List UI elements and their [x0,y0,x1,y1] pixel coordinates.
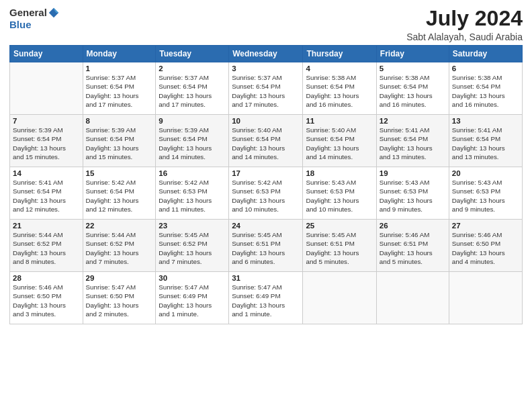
day-info: Sunrise: 5:41 AM Sunset: 6:54 PM Dayligh… [452,126,519,161]
day-cell: 20Sunrise: 5:43 AM Sunset: 6:53 PM Dayli… [449,167,522,220]
day-info: Sunrise: 5:41 AM Sunset: 6:54 PM Dayligh… [13,178,80,214]
day-cell: 19Sunrise: 5:43 AM Sunset: 6:53 PM Dayli… [376,167,449,220]
day-info: Sunrise: 5:41 AM Sunset: 6:54 PM Dayligh… [380,126,446,161]
day-cell: 3Sunrise: 5:37 AM Sunset: 6:54 PM Daylig… [229,62,303,115]
logo: General Blue [9,7,60,31]
day-cell: 30Sunrise: 5:47 AM Sunset: 6:49 PM Dayli… [156,272,229,324]
day-info: Sunrise: 5:46 AM Sunset: 6:51 PM Dayligh… [380,230,446,266]
day-number: 5 [380,64,446,73]
day-number: 16 [159,169,226,177]
logo-icon [48,7,60,19]
day-cell: 23Sunrise: 5:45 AM Sunset: 6:52 PM Dayli… [156,220,229,272]
day-cell [449,272,522,324]
day-cell: 24Sunrise: 5:45 AM Sunset: 6:51 PM Dayli… [229,220,303,272]
day-info: Sunrise: 5:47 AM Sunset: 6:50 PM Dayligh… [86,283,153,318]
day-number: 29 [86,274,153,282]
day-cell: 13Sunrise: 5:41 AM Sunset: 6:54 PM Dayli… [449,115,522,167]
day-number: 27 [452,222,519,230]
day-cell: 1Sunrise: 5:37 AM Sunset: 6:54 PM Daylig… [83,62,156,115]
column-header-saturday: Saturday [449,46,522,62]
day-cell: 2Sunrise: 5:37 AM Sunset: 6:54 PM Daylig… [156,62,229,115]
day-number: 1 [86,64,153,73]
day-info: Sunrise: 5:39 AM Sunset: 6:54 PM Dayligh… [159,126,226,161]
day-number: 26 [380,222,446,230]
day-info: Sunrise: 5:39 AM Sunset: 6:54 PM Dayligh… [86,126,153,161]
day-cell: 17Sunrise: 5:42 AM Sunset: 6:53 PM Dayli… [229,167,303,220]
header-row: General Blue July 2024 Sabt Alalayah, Sa… [9,7,523,42]
day-info: Sunrise: 5:42 AM Sunset: 6:53 PM Dayligh… [232,178,300,214]
day-number: 11 [306,117,373,125]
day-number: 12 [380,117,446,125]
day-cell: 9Sunrise: 5:39 AM Sunset: 6:54 PM Daylig… [156,115,229,167]
title-month-year: July 2024 [406,7,523,30]
day-cell: 6Sunrise: 5:38 AM Sunset: 6:54 PM Daylig… [449,62,522,115]
day-number: 25 [306,222,373,230]
day-number: 31 [232,274,300,282]
day-cell: 18Sunrise: 5:43 AM Sunset: 6:53 PM Dayli… [303,167,376,220]
day-number: 8 [86,117,153,125]
day-info: Sunrise: 5:37 AM Sunset: 6:54 PM Dayligh… [86,73,153,109]
day-cell: 15Sunrise: 5:42 AM Sunset: 6:54 PM Dayli… [83,167,156,220]
week-row-3: 14Sunrise: 5:41 AM Sunset: 6:54 PM Dayli… [10,167,523,220]
day-cell: 25Sunrise: 5:45 AM Sunset: 6:51 PM Dayli… [303,220,376,272]
day-info: Sunrise: 5:43 AM Sunset: 6:53 PM Dayligh… [306,178,373,214]
column-header-sunday: Sunday [10,46,83,62]
day-number: 30 [159,274,226,282]
day-number: 20 [452,169,519,177]
day-info: Sunrise: 5:47 AM Sunset: 6:49 PM Dayligh… [159,283,226,318]
day-info: Sunrise: 5:37 AM Sunset: 6:54 PM Dayligh… [232,73,300,109]
day-info: Sunrise: 5:38 AM Sunset: 6:54 PM Dayligh… [306,73,373,109]
day-number: 15 [86,169,153,177]
day-info: Sunrise: 5:40 AM Sunset: 6:54 PM Dayligh… [232,126,300,161]
day-info: Sunrise: 5:39 AM Sunset: 6:54 PM Dayligh… [13,126,80,161]
header-row-days: SundayMondayTuesdayWednesdayThursdayFrid… [10,46,523,62]
day-cell [303,272,376,324]
day-number: 13 [452,117,519,125]
day-cell: 22Sunrise: 5:44 AM Sunset: 6:52 PM Dayli… [83,220,156,272]
week-row-5: 28Sunrise: 5:46 AM Sunset: 6:50 PM Dayli… [10,272,523,324]
day-info: Sunrise: 5:46 AM Sunset: 6:50 PM Dayligh… [452,230,519,266]
main-container: General Blue July 2024 Sabt Alalayah, Sa… [0,0,532,330]
day-info: Sunrise: 5:38 AM Sunset: 6:54 PM Dayligh… [380,73,446,109]
day-number: 3 [232,64,300,73]
day-cell: 29Sunrise: 5:47 AM Sunset: 6:50 PM Dayli… [83,272,156,324]
day-cell: 4Sunrise: 5:38 AM Sunset: 6:54 PM Daylig… [303,62,376,115]
day-number: 24 [232,222,300,230]
day-info: Sunrise: 5:42 AM Sunset: 6:53 PM Dayligh… [159,178,226,214]
day-number: 14 [13,169,80,177]
week-row-4: 21Sunrise: 5:44 AM Sunset: 6:52 PM Dayli… [10,220,523,272]
day-cell: 16Sunrise: 5:42 AM Sunset: 6:53 PM Dayli… [156,167,229,220]
day-cell [376,272,449,324]
day-info: Sunrise: 5:44 AM Sunset: 6:52 PM Dayligh… [13,230,80,266]
title-location: Sabt Alalayah, Saudi Arabia [406,32,523,42]
day-number: 28 [13,274,80,282]
day-cell: 12Sunrise: 5:41 AM Sunset: 6:54 PM Dayli… [376,115,449,167]
day-number: 21 [13,222,80,230]
logo-text-general: General [9,7,47,19]
day-info: Sunrise: 5:44 AM Sunset: 6:52 PM Dayligh… [86,230,153,266]
day-info: Sunrise: 5:37 AM Sunset: 6:54 PM Dayligh… [159,73,226,109]
day-info: Sunrise: 5:38 AM Sunset: 6:54 PM Dayligh… [452,73,519,109]
day-number: 6 [452,64,519,73]
day-cell: 10Sunrise: 5:40 AM Sunset: 6:54 PM Dayli… [229,115,303,167]
day-cell: 26Sunrise: 5:46 AM Sunset: 6:51 PM Dayli… [376,220,449,272]
day-info: Sunrise: 5:42 AM Sunset: 6:54 PM Dayligh… [86,178,153,214]
column-header-thursday: Thursday [303,46,376,62]
day-number: 4 [306,64,373,73]
day-info: Sunrise: 5:45 AM Sunset: 6:51 PM Dayligh… [232,230,300,266]
day-cell: 11Sunrise: 5:40 AM Sunset: 6:54 PM Dayli… [303,115,376,167]
day-number: 22 [86,222,153,230]
title-block: July 2024 Sabt Alalayah, Saudi Arabia [406,7,523,42]
day-number: 17 [232,169,300,177]
day-cell: 14Sunrise: 5:41 AM Sunset: 6:54 PM Dayli… [10,167,83,220]
week-row-2: 7Sunrise: 5:39 AM Sunset: 6:54 PM Daylig… [10,115,523,167]
day-info: Sunrise: 5:47 AM Sunset: 6:49 PM Dayligh… [232,283,300,318]
day-number: 19 [380,169,446,177]
day-info: Sunrise: 5:43 AM Sunset: 6:53 PM Dayligh… [380,178,446,214]
day-cell: 7Sunrise: 5:39 AM Sunset: 6:54 PM Daylig… [10,115,83,167]
logo-text-blue: Blue [9,19,32,30]
column-header-friday: Friday [376,46,449,62]
column-header-monday: Monday [83,46,156,62]
day-number: 10 [232,117,300,125]
day-info: Sunrise: 5:45 AM Sunset: 6:52 PM Dayligh… [159,230,226,266]
